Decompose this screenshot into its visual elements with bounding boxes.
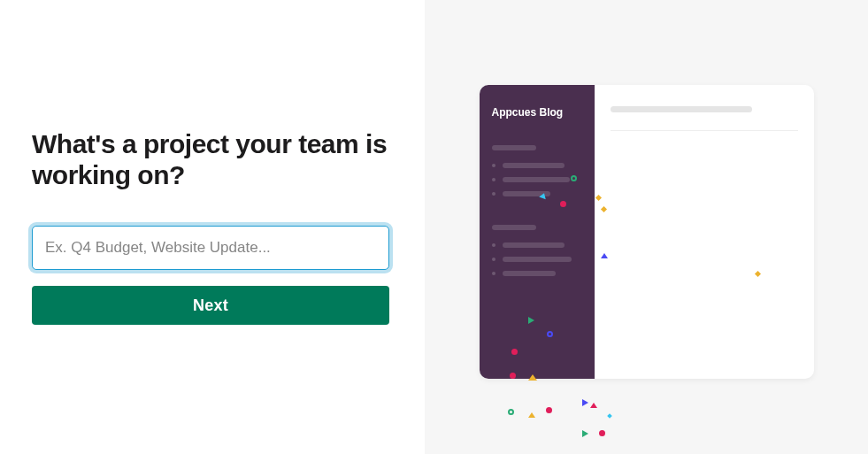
- confetti-icon: [582, 399, 588, 406]
- sidebar-placeholder-line: [492, 225, 536, 230]
- confetti-icon: [607, 413, 612, 419]
- sidebar-placeholder-item: [492, 242, 582, 248]
- preview-sidebar-group-2: [492, 225, 582, 276]
- sidebar-placeholder-line: [492, 145, 536, 150]
- confetti-icon: [508, 409, 514, 415]
- sidebar-placeholder-item: [492, 177, 582, 182]
- sidebar-placeholder-item: [492, 271, 582, 276]
- form-heading: What's a project your team is working on…: [32, 129, 389, 190]
- confetti-icon: [560, 201, 566, 207]
- confetti-icon: [528, 374, 537, 381]
- project-input-wrapper: [32, 226, 389, 270]
- sidebar-placeholder-item: [492, 163, 582, 168]
- preview-header-placeholder: [611, 106, 752, 112]
- sidebar-placeholder-item: [492, 191, 582, 196]
- preview-main: [595, 85, 814, 379]
- confetti-icon: [571, 175, 577, 181]
- form-panel: What's a project your team is working on…: [0, 0, 425, 454]
- confetti-icon: [601, 253, 608, 258]
- preview-sidebar-title: Appcues Blog: [492, 106, 582, 119]
- confetti-icon: [528, 317, 534, 324]
- preview-sidebar: Appcues Blog: [480, 85, 595, 379]
- preview-divider: [611, 130, 798, 131]
- preview-panel: Appcues Blog: [425, 0, 868, 454]
- confetti-icon: [599, 430, 605, 436]
- sidebar-placeholder-item: [492, 257, 582, 262]
- project-name-input[interactable]: [32, 226, 389, 270]
- next-button[interactable]: Next: [32, 286, 389, 325]
- confetti-icon: [590, 403, 597, 408]
- confetti-icon: [582, 430, 588, 437]
- confetti-icon: [510, 373, 516, 379]
- confetti-icon: [547, 331, 553, 337]
- confetti-icon: [528, 412, 535, 418]
- app-preview: Appcues Blog: [480, 85, 814, 379]
- confetti-icon: [546, 407, 552, 413]
- confetti-icon: [511, 349, 518, 355]
- preview-sidebar-group-1: [492, 145, 582, 196]
